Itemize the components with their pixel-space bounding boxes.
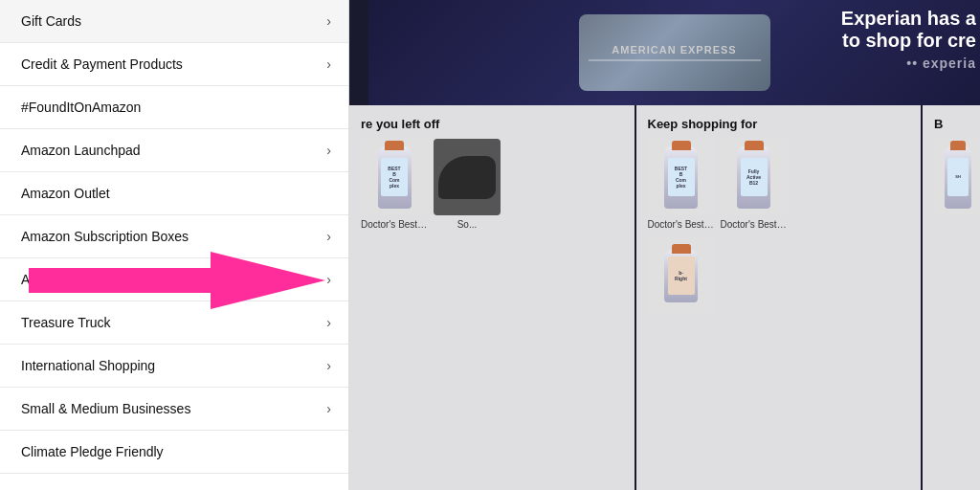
sidebar-item-found-it[interactable]: #FoundItOnAmazon bbox=[0, 86, 348, 129]
section-keep-shopping: Keep shopping for BESTBComplex Doctor's … bbox=[636, 105, 922, 490]
experian-line1: Experian has a bbox=[841, 8, 976, 30]
sidebar-item-label-credit-payment: Credit & Payment Products bbox=[21, 56, 183, 72]
product-item[interactable]: b-Right bbox=[648, 237, 715, 314]
product-image-4: b-Right bbox=[648, 237, 715, 314]
sidebar-item-small-medium-businesses[interactable]: Small & Medium Businesses› bbox=[0, 388, 348, 431]
sidebar-item-launchpad[interactable]: Amazon Launchpad› bbox=[0, 129, 348, 172]
product-image-5: SH bbox=[934, 139, 980, 215]
amex-card: AMERICAN EXPRESS bbox=[579, 14, 770, 91]
sidebar-item-label-outlet: Amazon Outlet bbox=[21, 186, 110, 201]
sidebar-item-amazon-live[interactable]: Amazon Live› bbox=[0, 258, 348, 301]
chevron-icon-subscription-boxes: › bbox=[326, 229, 331, 244]
sidebar-item-credit-payment[interactable]: Credit & Payment Products› bbox=[0, 43, 348, 86]
product-image-2: BESTBComplex bbox=[648, 139, 715, 215]
chevron-icon-gift-cards: › bbox=[326, 13, 331, 29]
section-more-title: B bbox=[934, 117, 969, 131]
sidebar-item-label-amazon-live: Amazon Live bbox=[21, 272, 99, 287]
sidebar-item-international-shopping[interactable]: International Shopping› bbox=[0, 345, 348, 388]
sidebar-item-label-treasure-truck: Treasure Truck bbox=[21, 315, 111, 330]
product-image-shoe bbox=[434, 139, 501, 215]
chevron-icon-launchpad: › bbox=[326, 143, 331, 158]
sidebar-item-label-small-medium-businesses: Small & Medium Businesses bbox=[21, 401, 190, 416]
sidebar-item-label-launchpad: Amazon Launchpad bbox=[21, 143, 141, 158]
section-continue-products: BESTBComplex Doctor's Best. Fully Acti..… bbox=[361, 139, 623, 230]
sidebar: Gift Cards›Credit & Payment Products›#Fo… bbox=[0, 0, 349, 490]
content-area: AMERICAN EXPRESS Experian has a to shop … bbox=[349, 0, 980, 490]
sidebar-item-label-international-shopping: International Shopping bbox=[21, 358, 155, 373]
section-keep-title: Keep shopping for bbox=[648, 117, 910, 131]
chevron-icon-international-shopping: › bbox=[326, 358, 331, 373]
product-image: BESTBComplex bbox=[361, 139, 428, 215]
chevron-icon-credit-payment: › bbox=[326, 56, 331, 72]
sidebar-item-treasure-truck[interactable]: Treasure Truck› bbox=[0, 301, 348, 345]
sidebar-item-gift-cards[interactable]: Gift Cards› bbox=[0, 0, 348, 43]
section-more: B SH bbox=[923, 105, 980, 490]
sidebar-item-label-found-it: #FoundItOnAmazon bbox=[21, 100, 141, 115]
section-continue: re you left off BESTBComplex Doctor's Be… bbox=[349, 105, 635, 490]
section-keep-products: BESTBComplex Doctor's Best Fully Acti...… bbox=[648, 139, 910, 230]
product-item[interactable]: BESTBComplex Doctor's Best. Fully Acti..… bbox=[361, 139, 428, 230]
chevron-icon-small-medium-businesses: › bbox=[326, 401, 331, 416]
sidebar-item-climate-pledge[interactable]: Climate Pledge Friendly bbox=[0, 431, 348, 474]
product-item[interactable]: FullyActiveB12 Doctor's Best Fully Acti.… bbox=[721, 139, 788, 230]
product-sections: re you left off BESTBComplex Doctor's Be… bbox=[349, 105, 980, 490]
section-continue-title: re you left off bbox=[361, 117, 623, 131]
amex-logo-text: AMERICAN EXPRESS bbox=[612, 44, 736, 56]
experian-text-block: Experian has a to shop for cre •• experi… bbox=[841, 8, 980, 71]
product-name-2: Doctor's Best Fully Acti... bbox=[648, 219, 715, 230]
experian-line2: to shop for cre bbox=[841, 30, 976, 52]
product-item[interactable]: So... bbox=[434, 139, 501, 230]
product-name-3: Doctor's Best Fully Acti... bbox=[721, 219, 788, 230]
sidebar-item-label-subscription-boxes: Amazon Subscription Boxes bbox=[21, 229, 189, 244]
more-products: b-Right bbox=[648, 237, 910, 314]
product-name-shoe: So... bbox=[457, 219, 478, 230]
experian-brand: •• experia bbox=[841, 56, 976, 71]
product-item[interactable]: SH bbox=[934, 139, 969, 215]
sidebar-item-label-gift-cards: Gift Cards bbox=[21, 13, 81, 29]
sidebar-item-subscription-boxes[interactable]: Amazon Subscription Boxes› bbox=[0, 215, 348, 258]
sidebar-item-label-climate-pledge: Climate Pledge Friendly bbox=[21, 444, 164, 459]
sidebar-item-outlet[interactable]: Amazon Outlet bbox=[0, 172, 348, 215]
product-image-3: FullyActiveB12 bbox=[721, 139, 788, 215]
chevron-icon-amazon-live: › bbox=[326, 272, 331, 287]
chevron-icon-treasure-truck: › bbox=[326, 315, 331, 330]
product-item[interactable]: BESTBComplex Doctor's Best Fully Acti... bbox=[648, 139, 715, 230]
product-name: Doctor's Best. Fully Acti... bbox=[361, 219, 428, 230]
